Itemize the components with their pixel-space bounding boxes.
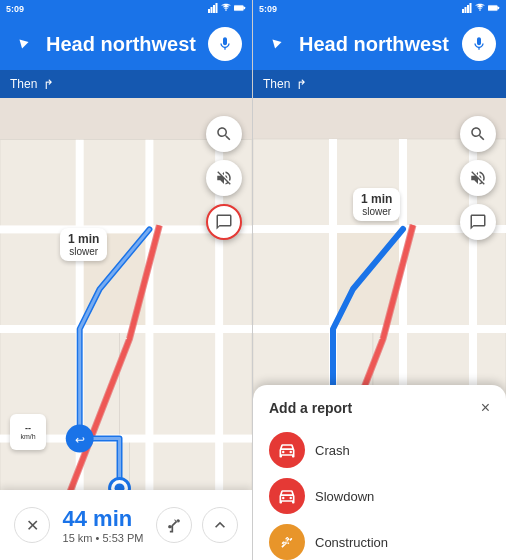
left-panel: 5:09 Head northwest Then ↱ xyxy=(0,0,253,560)
slower-time-left: 1 min xyxy=(68,232,99,246)
status-icons-right xyxy=(462,3,500,15)
then-bar-left: Then ↱ xyxy=(0,70,252,98)
construction-icon xyxy=(269,524,305,560)
expand-button[interactable] xyxy=(202,507,238,543)
slowdown-label: Slowdown xyxy=(315,489,374,504)
svg-rect-31 xyxy=(488,5,497,10)
svg-rect-28 xyxy=(465,7,467,13)
slower-time-right: 1 min xyxy=(361,192,392,206)
svg-rect-27 xyxy=(462,9,464,13)
svg-rect-21 xyxy=(145,140,153,518)
status-bar-right: 5:09 xyxy=(253,0,506,18)
svg-rect-0 xyxy=(208,9,210,13)
svg-rect-7 xyxy=(0,140,80,230)
then-label-right: Then xyxy=(263,77,290,91)
bottom-actions xyxy=(156,507,238,543)
status-icons-left xyxy=(208,3,246,15)
svg-rect-2 xyxy=(213,5,215,13)
svg-rect-1 xyxy=(211,7,213,13)
wifi-icon xyxy=(221,3,231,15)
bottom-bar-left: ✕ 44 min 15 km • 5:53 PM xyxy=(0,490,252,560)
nav-title-left: Head northwest xyxy=(46,33,200,56)
svg-rect-12 xyxy=(149,229,252,329)
svg-rect-4 xyxy=(234,5,243,10)
close-icon: ✕ xyxy=(26,516,39,535)
report-item-slowdown[interactable]: Slowdown xyxy=(269,473,490,519)
report-title: Add a report xyxy=(269,400,352,416)
battery-icon xyxy=(234,4,246,14)
construction-label: Construction xyxy=(315,535,388,550)
nav-direction-arrow-right xyxy=(263,30,291,58)
nav-header-right: Head northwest xyxy=(253,18,506,70)
battery-icon-right xyxy=(488,4,500,14)
report-close-button[interactable]: × xyxy=(481,399,490,417)
status-time-right: 5:09 xyxy=(259,4,277,14)
report-item-crash[interactable]: Crash xyxy=(269,427,490,473)
svg-point-57 xyxy=(282,497,285,500)
svg-rect-14 xyxy=(120,329,252,439)
signal-icon-right xyxy=(462,3,472,15)
slower-label-left: slower xyxy=(68,246,99,257)
search-button-left[interactable] xyxy=(206,116,242,152)
svg-point-58 xyxy=(290,497,293,500)
svg-rect-45 xyxy=(253,325,506,333)
speed-unit-left: km/h xyxy=(20,433,35,440)
right-panel: 5:09 Head northwest Then ↱ xyxy=(253,0,506,560)
nav-direction-arrow-left xyxy=(10,30,38,58)
close-navigation-button[interactable]: ✕ xyxy=(14,507,50,543)
report-button-right[interactable] xyxy=(460,204,496,240)
mic-button-right[interactable] xyxy=(462,27,496,61)
mute-button-left[interactable] xyxy=(206,160,242,196)
distance: 15 km xyxy=(63,532,93,544)
svg-rect-37 xyxy=(253,229,333,329)
svg-text:↩: ↩ xyxy=(75,433,85,447)
crash-icon xyxy=(269,432,305,468)
then-bar-right: Then ↱ xyxy=(253,70,506,98)
slower-badge-right: 1 min slower xyxy=(353,188,400,221)
mic-button-left[interactable] xyxy=(208,27,242,61)
arrival-time: 5:53 PM xyxy=(102,532,143,544)
svg-rect-18 xyxy=(0,325,252,333)
nav-title-right: Head northwest xyxy=(299,33,454,56)
svg-rect-22 xyxy=(215,140,223,518)
report-panel: Add a report × Crash Slowdown Constructi… xyxy=(253,385,506,560)
mute-button-right[interactable] xyxy=(460,160,496,196)
svg-rect-3 xyxy=(216,3,218,13)
speed-badge-left: -- km/h xyxy=(10,414,46,450)
slower-badge-left: 1 min slower xyxy=(60,228,107,261)
report-item-construction[interactable]: Construction xyxy=(269,519,490,560)
slowdown-icon xyxy=(269,478,305,514)
report-button-left[interactable] xyxy=(206,204,242,240)
crash-label: Crash xyxy=(315,443,350,458)
svg-rect-5 xyxy=(243,7,245,10)
slower-label-right: slower xyxy=(361,206,392,217)
then-turn-arrow-right: ↱ xyxy=(296,77,307,92)
then-turn-arrow-left: ↱ xyxy=(43,77,54,92)
svg-rect-29 xyxy=(467,5,469,13)
svg-rect-32 xyxy=(497,7,499,10)
status-time-left: 5:09 xyxy=(6,4,24,14)
status-bar-left: 5:09 xyxy=(0,0,252,18)
svg-rect-30 xyxy=(470,3,472,13)
svg-point-56 xyxy=(290,451,293,454)
eta-info: 44 min 15 km • 5:53 PM xyxy=(63,506,144,544)
report-header: Add a report × xyxy=(269,399,490,417)
nav-header-left: Head northwest xyxy=(0,18,252,70)
svg-rect-34 xyxy=(253,139,333,229)
eta-sub: 15 km • 5:53 PM xyxy=(63,532,144,544)
svg-rect-8 xyxy=(80,140,150,230)
wifi-icon-right xyxy=(475,3,485,15)
svg-rect-39 xyxy=(403,229,506,329)
search-button-right[interactable] xyxy=(460,116,496,152)
signal-icon xyxy=(208,3,218,15)
svg-point-55 xyxy=(282,451,285,454)
eta-time: 44 min xyxy=(63,506,144,532)
then-label-left: Then xyxy=(10,77,37,91)
speed-dash-left: -- xyxy=(25,424,31,433)
routes-button[interactable] xyxy=(156,507,192,543)
